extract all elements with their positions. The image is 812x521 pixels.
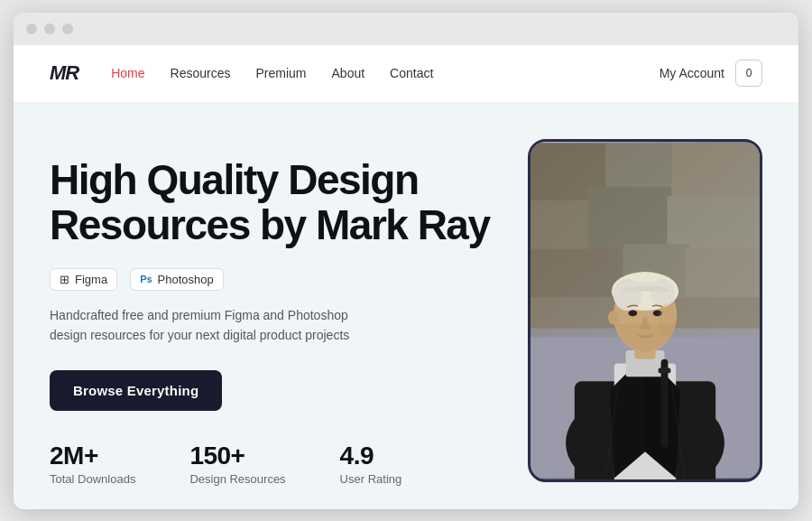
svg-rect-30 [659, 367, 671, 373]
stat-resources: 150+ Design Resources [189, 442, 285, 486]
nav-links: Home Resources Premium About Contact [111, 66, 659, 80]
browser-bar [14, 13, 798, 45]
stat-resources-label: Design Resources [189, 472, 285, 486]
nav-contact[interactable]: Contact [390, 66, 433, 80]
nav-premium[interactable]: Premium [256, 66, 307, 80]
nav-resources[interactable]: Resources [171, 66, 231, 80]
figma-icon: ⊞ [60, 273, 69, 286]
figma-badge: ⊞ Figma [50, 268, 117, 291]
figma-label: Figma [75, 273, 107, 286]
nav-right: My Account 0 [660, 60, 762, 87]
hero-person-svg [531, 142, 760, 479]
stat-downloads: 2M+ Total Downloads [50, 442, 135, 486]
minimize-dot [44, 23, 55, 34]
svg-point-27 [608, 311, 619, 325]
my-account-link[interactable]: My Account [660, 66, 724, 80]
stats-row: 2M+ Total Downloads 150+ Design Resource… [50, 442, 528, 486]
page-content: MR Home Resources Premium About Contact … [14, 45, 798, 509]
stat-rating: 4.9 User Rating [340, 442, 402, 486]
stat-rating-label: User Rating [340, 472, 402, 486]
svg-point-25 [628, 310, 637, 316]
navbar: MR Home Resources Premium About Contact … [14, 45, 798, 103]
site-logo[interactable]: MR [50, 61, 78, 85]
photoshop-badge: Ps Photoshop [130, 268, 224, 291]
hero-title: High Quality Design Resources by Mark Ra… [50, 157, 528, 248]
maximize-dot [62, 23, 73, 34]
nav-about[interactable]: About [332, 66, 365, 80]
stat-resources-number: 150+ [189, 442, 285, 470]
stat-downloads-label: Total Downloads [50, 472, 135, 486]
close-dot [26, 23, 37, 34]
photoshop-icon: Ps [140, 274, 152, 284]
hero-image [528, 139, 762, 482]
hero-badges: ⊞ Figma Ps Photoshop [50, 268, 528, 291]
cart-button[interactable]: 0 [735, 60, 762, 87]
hero-content: High Quality Design Resources by Mark Ra… [50, 148, 528, 487]
hero-description: Handcrafted free and premium Figma and P… [50, 305, 374, 346]
stat-rating-number: 4.9 [340, 442, 402, 470]
cart-count: 0 [746, 67, 752, 79]
browser-window: MR Home Resources Premium About Contact … [14, 13, 798, 509]
photoshop-label: Photoshop [158, 273, 214, 286]
browse-everything-button[interactable]: Browse Everything [50, 370, 222, 411]
nav-home[interactable]: Home [111, 66, 144, 80]
svg-point-28 [659, 303, 677, 335]
hero-section: High Quality Design Resources by Mark Ra… [14, 103, 798, 509]
stat-downloads-number: 2M+ [50, 442, 135, 470]
